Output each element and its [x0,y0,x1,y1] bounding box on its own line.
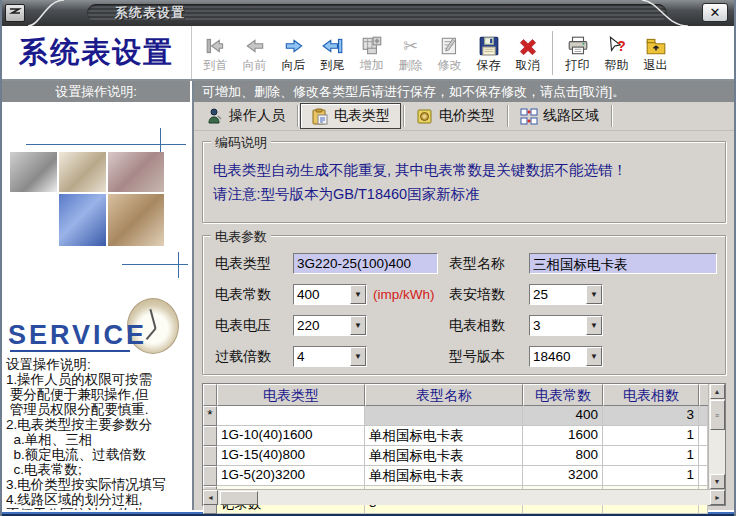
cell-phase: 3 [603,406,699,426]
cell-phase: 1 [603,426,699,446]
photo-knife [108,152,164,192]
horizontal-scrollbar[interactable]: ◄ ► [203,489,725,505]
delete-button[interactable]: ✂ 删除 [391,29,430,77]
save-label: 保存 [477,58,501,72]
cell-meter-type [217,406,365,426]
go-prev-button[interactable]: 向前 [235,29,274,77]
chevron-down-icon[interactable]: ▼ [586,347,602,366]
vertical-scroll-thumb[interactable]: ≡ [710,400,725,430]
cell-phase: 1 [603,466,699,486]
cell-meter-type: 1G-10(40)1600 [217,426,365,446]
modify-document-icon [439,34,461,58]
price-book-icon [416,106,434,126]
param-row-1: 电表类型 3G220-25(100)400 表型名称 三相国标电卡表 [209,248,719,279]
cell-extra [699,446,708,466]
model-name-field[interactable]: 三相国标电卡表 [529,253,717,274]
tab-operators[interactable]: 操作人员 [196,103,295,129]
cell-meter-type: 1G-15(40)800 [217,446,365,466]
go-next-button[interactable]: 向后 [274,29,313,77]
table-row[interactable]: 1G-15(40)800 单相国标电卡表 800 1 [203,446,708,466]
scroll-down-icon[interactable]: ▼ [710,474,725,489]
meter-constant-select[interactable]: 400 ▼ [293,284,367,305]
go-prev-icon [244,34,266,58]
go-last-button[interactable]: 到尾 [313,29,352,77]
toolbar-separator [552,31,553,75]
exit-button[interactable]: 退出 [636,29,675,77]
header: 系统表设置 到首 向前 向后 [2,26,734,81]
content: 设置操作说明: SERVICE 设置操作说明: 1.操作人员的权限可按需 要分配… [2,81,734,510]
param-row-4: 过载倍数 4 ▼ 型号版本 18460 ▼ [209,341,719,372]
meter-constant-unit: (imp/kWh) [373,287,435,302]
meter-type-label: 电表类型 [209,255,293,273]
col-header-constant[interactable]: 电表常数 [523,384,603,406]
app-logo-icon [5,4,25,22]
overload-select[interactable]: 4 ▼ [293,346,367,367]
coding-line-1: 电表类型自动生成不能重复, 其中电表常数是关键数据不能选错！ [213,158,715,182]
print-icon [567,34,589,58]
cell-constant: 400 [523,406,603,426]
sidebar: 设置操作说明: SERVICE 设置操作说明: 1.操作人员的权限可按需 要分配… [2,81,194,510]
phase-select[interactable]: 3 ▼ [529,315,603,336]
title-plate: 系统表设置 [87,4,667,22]
go-next-icon [283,34,305,58]
table-row[interactable]: * 400 3 [203,406,708,426]
table-row[interactable]: 1G-10(40)1600 单相国标电卡表 1600 1 [203,426,708,446]
table-header-row: 电表类型 表型名称 电表常数 电表相数 [203,384,708,406]
cell-constant: 1600 [523,426,603,446]
add-button[interactable]: 增加 [352,29,391,77]
model-name-label: 表型名称 [443,255,529,273]
tab-meter-type[interactable]: 电表类型 [300,103,401,129]
tab-line-region[interactable]: 线路区域 [510,103,609,129]
phase-label: 电表相数 [443,317,529,335]
horizontal-scroll-thumb[interactable] [220,491,258,505]
tab-price-type[interactable]: 电价类型 [406,103,505,129]
row-marker [203,446,217,466]
instructions-text: 设置操作说明: 1.操作人员的权限可按需 要分配便于兼职操作,但 管理员权限分配… [6,357,192,510]
cell-extra [699,466,708,486]
voltage-select[interactable]: 220 ▼ [293,315,367,336]
svg-text:?: ? [617,38,626,54]
help-button[interactable]: ? 帮助 [597,29,636,77]
chevron-down-icon[interactable]: ▼ [586,285,602,304]
tab-line-region-label: 线路区域 [543,107,599,125]
photo-flashlight [10,152,57,192]
scroll-up-icon[interactable]: ▲ [710,384,725,399]
scroll-right-icon[interactable]: ► [710,490,725,505]
cell-constant: 800 [523,446,603,466]
toolbar: 到首 向前 向后 到尾 [192,26,675,79]
print-button[interactable]: 打印 [558,29,597,77]
meter-type-table: 电表类型 表型名称 电表常数 电表相数 * 400 [202,383,726,506]
cell-model-name [365,406,523,426]
modify-button[interactable]: 修改 [430,29,469,77]
chevron-down-icon[interactable]: ▼ [350,347,366,366]
col-header-model-name[interactable]: 表型名称 [365,384,523,406]
table-row[interactable]: 1G-5(20)3200 单相国标电卡表 3200 1 [203,466,708,486]
chevron-down-icon[interactable]: ▼ [350,316,366,335]
line-region-icon [520,106,538,126]
overload-value: 4 [294,347,350,366]
meter-constant-value: 400 [294,285,350,304]
ampere-select[interactable]: 25 ▼ [529,284,603,305]
notice-bar: 可增加、删除、修改各类型后请进行保存，如不保存修改，请点击[取消]。 [194,81,734,102]
col-header-meter-type[interactable]: 电表类型 [217,384,365,406]
meter-type-field[interactable]: 3G220-25(100)400 [293,253,438,274]
page-title: 系统表设置 [2,26,192,79]
cancel-button[interactable]: 取消 [508,29,547,77]
col-header-phase[interactable]: 电表相数 [603,384,699,406]
go-first-button[interactable]: 到首 [196,29,235,77]
version-value: 18460 [530,347,586,366]
cell-extra [699,406,708,426]
chevron-down-icon[interactable]: ▼ [350,285,366,304]
close-button[interactable]: ✕ [702,3,728,22]
chevron-down-icon[interactable]: ▼ [586,316,602,335]
version-select[interactable]: 18460 ▼ [529,346,603,367]
scroll-left-icon[interactable]: ◄ [203,490,218,505]
row-marker-header [203,384,217,406]
save-button[interactable]: 保存 [469,29,508,77]
coding-groupbox-title: 编码说明 [211,134,271,152]
vertical-scrollbar[interactable]: ▲ ≡ ▼ [708,384,725,489]
photo-hand [108,194,164,246]
cell-model-name: 单相国标电卡表 [365,426,523,446]
add-label: 增加 [360,58,384,72]
cell-phase: 1 [603,446,699,466]
